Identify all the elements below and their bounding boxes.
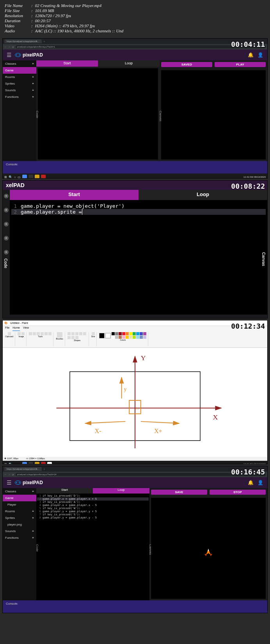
ribbon-size[interactable]: Size [90,332,97,347]
logo[interactable]: pixelPAD [15,52,43,58]
menu-icon[interactable]: ☰ [7,479,12,486]
tab-start[interactable]: Start [36,60,98,67]
code-editor[interactable]: 1if key_is_pressed('D'):2 game.player.x … [36,494,149,600]
menu-file[interactable]: File [5,326,9,331]
paint-icon[interactable] [47,462,52,464]
saved-button[interactable]: SAVED [161,62,212,67]
url-field[interactable]: pixelpad.io/app/qkcmfkmayo/?edit=1 [16,45,266,48]
app-icon[interactable] [41,175,46,179]
add-icon[interactable]: + [32,75,34,79]
sidebar-item-game[interactable]: Game [3,495,36,501]
menu-home[interactable]: Home [12,326,20,331]
sidebar-item-classes[interactable]: Classes+ [3,60,36,67]
color-swatch[interactable] [115,332,118,335]
color-swatch[interactable] [133,332,136,335]
ribbon-image[interactable]: Image [16,332,27,347]
sidebar-item-classes[interactable]: Classes+ [3,488,36,495]
add-icon[interactable]: + [4,236,9,241]
color-swatch[interactable] [140,336,143,339]
nav-fwd-icon[interactable]: → [8,46,11,48]
logo[interactable]: pixelPAD [15,480,43,485]
browser-tab[interactable]: https://pixelpad.io/app/qkcmfk... [4,467,42,471]
sidebar-item-playerpng[interactable]: player.png [3,521,36,528]
start-icon[interactable]: ⊞ [4,463,7,465]
taskview-icon[interactable]: ▭ [18,175,21,179]
color-swatch[interactable] [112,336,115,339]
color-swatch[interactable] [115,336,118,339]
ribbon-shapes[interactable]: Shapes [66,332,89,347]
search-icon[interactable]: 🔍 [9,463,12,465]
tab-loop[interactable]: Loop [139,190,267,200]
new-tab-icon[interactable]: + [43,40,45,43]
sidebar-item-functions[interactable]: Functions+ [3,94,36,100]
color-swatch[interactable] [119,336,122,339]
add-icon[interactable]: + [32,536,34,540]
color-swatch[interactable] [129,332,132,335]
add-icon[interactable]: + [32,516,34,520]
reload-icon[interactable]: ⟳ [12,473,14,476]
add-icon[interactable]: + [4,250,9,255]
chrome-icon[interactable] [22,462,27,464]
play-button[interactable]: PLAY [215,62,266,67]
sidebar-item-sounds[interactable]: Sounds+ [3,87,36,94]
ribbon-colors[interactable]: Colors [98,332,148,347]
color-swatch[interactable] [136,336,139,339]
menu-icon[interactable]: ☰ [7,52,12,58]
app-icon[interactable] [28,462,33,464]
color-swatch[interactable] [143,336,146,339]
add-icon[interactable]: + [32,62,34,65]
code-editor[interactable] [38,68,158,159]
color-swatch[interactable] [112,332,115,335]
tab-start[interactable]: Start [36,488,93,494]
chrome-icon[interactable] [22,175,27,179]
color-swatch[interactable] [133,336,136,339]
save-button[interactable]: SAVE [151,490,207,495]
add-icon[interactable]: + [4,194,9,198]
ribbon-tools[interactable]: Tools [27,332,53,347]
start-icon[interactable]: ⊞ [4,175,7,179]
browser-tab[interactable]: https://pixelpad.io/app/qkcmfk... [4,39,42,43]
cortana-icon[interactable]: ○ [14,463,16,465]
sidebar-item-sprites[interactable]: Sprites+ [3,515,36,521]
add-icon[interactable]: + [32,490,34,493]
bell-icon[interactable]: 🔔 [248,480,254,485]
app-icon[interactable] [28,175,33,179]
color-swatch[interactable] [140,332,143,335]
tab-loop[interactable]: Loop [93,488,149,494]
stop-button[interactable]: STOP [210,490,266,495]
explorer-icon[interactable] [35,175,39,179]
color-swatch[interactable] [126,336,129,339]
color-swatch[interactable] [126,332,129,335]
app-icon[interactable] [41,462,46,464]
user-icon[interactable]: 👤 [258,52,263,58]
sidebar-item-functions[interactable]: Functions+ [3,534,36,541]
code-editor[interactable]: 1game.player = new_object('Player') 2gam… [10,200,267,315]
color1[interactable] [99,333,105,338]
add-icon[interactable]: + [32,88,34,92]
color-swatch[interactable] [143,332,146,335]
sidebar-item-rooms[interactable]: Rooms+ [3,508,36,515]
add-icon[interactable]: + [32,510,34,513]
paint-canvas[interactable]: Y X 0,0 y X- X+ [3,348,267,457]
reload-icon[interactable]: ⟳ [12,46,14,48]
tab-start[interactable]: Start [10,190,139,200]
clock[interactable]: 12:01 PM 08/10/2020 [243,463,266,464]
sidebar-item-sounds[interactable]: Sounds+ [3,528,36,534]
search-icon[interactable]: 🔍 [9,175,12,179]
tab-loop[interactable]: Loop [98,60,160,67]
explorer-icon[interactable] [35,462,39,464]
new-tab-icon[interactable]: + [43,467,45,471]
sidebar-item-player[interactable]: Player [3,501,36,508]
color-swatch[interactable] [119,332,122,335]
ribbon-clipboard[interactable]: Clipboard [4,332,15,347]
add-icon[interactable]: + [4,208,9,212]
nav-back-icon[interactable]: ← [4,46,7,48]
bell-icon[interactable]: 🔔 [248,52,254,58]
add-icon[interactable]: + [32,95,34,99]
cortana-icon[interactable]: ○ [14,175,16,179]
sidebar-item-rooms[interactable]: Rooms+ [3,74,36,80]
color-swatch[interactable] [122,332,125,335]
add-icon[interactable]: + [32,529,34,533]
sidebar-item-sprites[interactable]: Sprites+ [3,80,36,87]
url-field[interactable]: pixelpad.io/app/qkcmfkmayo/?edit=1# [16,473,266,476]
